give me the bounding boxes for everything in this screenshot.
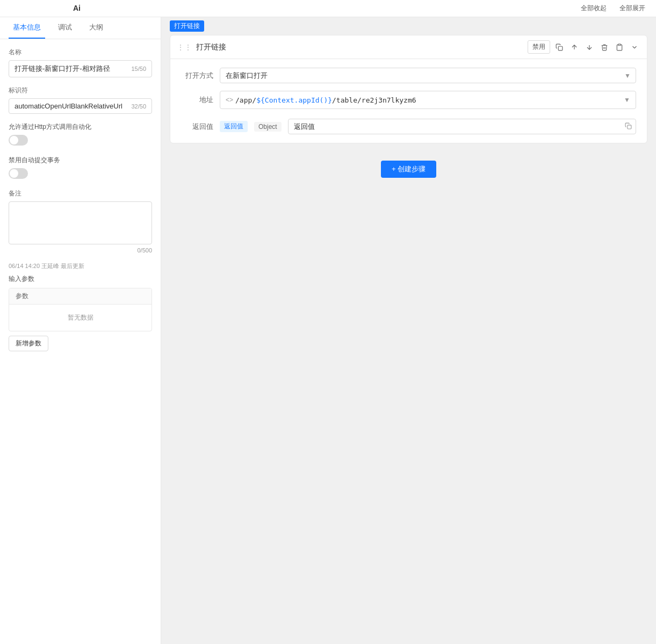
open-mode-select[interactable]: 在新窗口打开 在当前窗口打开 <box>220 68 636 83</box>
transaction-toggle[interactable] <box>9 168 28 179</box>
return-input[interactable] <box>288 119 636 134</box>
main-layout: 基本信息 调试 大纲 名称 打开链接-新窗口打开-相对路径 15/50 标识符 … <box>0 17 656 644</box>
address-text: /app/${Context.appId()}/table/re2j3n7lky… <box>235 96 416 104</box>
meta-text: 06/14 14:20 王延峰 最后更新 <box>9 262 152 270</box>
disable-button[interactable]: 禁用 <box>528 40 550 54</box>
header-actions: 禁用 <box>528 40 640 54</box>
svg-rect-0 <box>558 46 563 50</box>
copy-icon-button[interactable] <box>553 41 565 53</box>
expand-button[interactable] <box>629 41 640 53</box>
step-card: ⋮⋮ 打开链接 禁用 <box>170 35 647 143</box>
identifier-input[interactable]: automaticOpenUrlBlankRelativeUrl 32/50 <box>9 98 152 114</box>
params-table: 参数 暂无数据 <box>9 288 152 331</box>
input-params-label: 输入参数 <box>9 274 152 284</box>
name-counter: 15/50 <box>131 66 146 72</box>
identifier-value: automaticOpenUrlBlankRelativeUrl <box>15 102 122 110</box>
name-input[interactable]: 打开链接-新窗口打开-相对路径 15/50 <box>9 60 152 77</box>
step-card-header: ⋮⋮ 打开链接 禁用 <box>170 35 647 59</box>
expand-address-icon[interactable]: ▼ <box>624 96 630 104</box>
step-card-title: 打开链接 <box>196 42 523 52</box>
tabs: 基本信息 调试 大纲 <box>0 17 161 39</box>
top-bar: 全部收起 全部展开 <box>0 0 656 17</box>
open-mode-select-wrapper: 在新窗口打开 在当前窗口打开 ▼ <box>220 68 636 83</box>
expand-all-button[interactable]: 全部展开 <box>617 3 647 14</box>
http-toggle[interactable] <box>9 135 28 146</box>
step-card-body: 打开方式 在新窗口打开 在当前窗口打开 ▼ 地址 <> <box>170 59 647 143</box>
notes-textarea[interactable] <box>9 201 152 244</box>
drag-handle-icon[interactable]: ⋮⋮ <box>177 43 192 52</box>
address-var: ${Context.appId()} <box>256 96 332 104</box>
move-down-button[interactable] <box>583 41 595 53</box>
identifier-counter: 32/50 <box>131 103 146 110</box>
return-type-tag: Object <box>254 122 282 132</box>
add-param-button[interactable]: 新增参数 <box>9 336 48 351</box>
left-content: 名称 打开链接-新窗口打开-相对路径 15/50 标识符 automaticOp… <box>0 39 161 644</box>
move-up-button[interactable] <box>568 41 580 53</box>
collapse-all-button[interactable]: 全部收起 <box>579 3 609 14</box>
create-step-button[interactable]: + 创建步骤 <box>381 161 436 178</box>
open-mode-row: 打开方式 在新窗口打开 在当前窗口打开 ▼ <box>181 68 636 83</box>
step-tag-bar: 打开链接 <box>161 17 656 35</box>
code-icon: <> <box>226 96 233 104</box>
address-row: 地址 <> /app/${Context.appId()}/table/re2j… <box>181 91 636 109</box>
svg-rect-1 <box>618 44 621 45</box>
identifier-label: 标识符 <box>9 86 152 95</box>
params-table-header: 参数 <box>9 288 152 305</box>
params-column-header: 参数 <box>9 288 152 304</box>
address-prefix: /app/ <box>235 96 256 104</box>
name-field-row: 名称 打开链接-新窗口打开-相对路径 15/50 <box>9 48 152 77</box>
duplicate-button[interactable] <box>614 41 625 53</box>
notes-field-row: 备注 0/500 <box>9 189 152 254</box>
identifier-field-row: 标识符 automaticOpenUrlBlankRelativeUrl 32/… <box>9 86 152 114</box>
svg-rect-2 <box>628 125 631 128</box>
http-toggle-row: 允许通过Http方式调用自动化 <box>9 122 152 147</box>
step-tag[interactable]: 打开链接 <box>170 20 204 32</box>
notes-counter: 0/500 <box>9 247 152 254</box>
left-panel: 基本信息 调试 大纲 名称 打开链接-新窗口打开-相对路径 15/50 标识符 … <box>0 17 161 644</box>
address-input[interactable]: <> /app/${Context.appId()}/table/re2j3n7… <box>220 91 636 109</box>
delete-button[interactable] <box>599 41 610 53</box>
return-tag[interactable]: 返回值 <box>220 121 248 132</box>
name-label: 名称 <box>9 48 152 57</box>
address-suffix: /table/re2j3n7lkyzm6 <box>332 96 416 104</box>
name-value: 打开链接-新窗口打开-相对路径 <box>15 64 110 74</box>
tab-basic[interactable]: 基本信息 <box>9 17 45 39</box>
return-value-row: 返回值 返回值 Object <box>181 117 636 134</box>
create-step-area: + 创建步骤 <box>161 152 656 186</box>
tab-outline[interactable]: 大纲 <box>85 17 107 39</box>
copy-return-icon[interactable] <box>625 122 632 131</box>
open-mode-label: 打开方式 <box>181 71 213 81</box>
notes-label: 备注 <box>9 189 152 198</box>
right-panel: 打开链接 ⋮⋮ 打开链接 禁用 <box>161 17 656 644</box>
ai-badge: Ai <box>73 4 81 12</box>
return-label: 返回值 <box>181 122 213 132</box>
transaction-label: 禁用自动提交事务 <box>9 156 152 165</box>
http-label: 允许通过Http方式调用自动化 <box>9 122 152 132</box>
tab-test[interactable]: 调试 <box>54 17 76 39</box>
address-label: 地址 <box>181 95 213 105</box>
transaction-toggle-row: 禁用自动提交事务 <box>9 156 152 180</box>
return-input-wrapper <box>288 119 636 134</box>
empty-params: 暂无数据 <box>9 305 152 331</box>
